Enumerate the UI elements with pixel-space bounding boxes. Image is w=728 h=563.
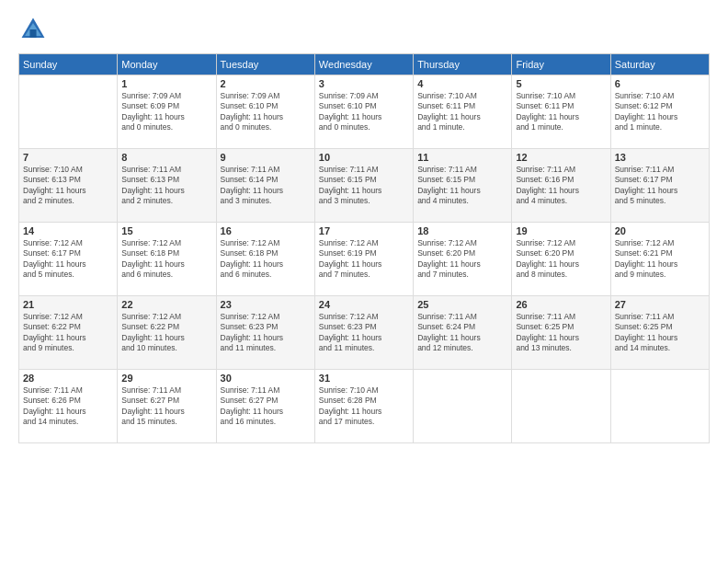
day-info: Sunrise: 7:10 AM Sunset: 6:12 PM Dayligh…	[615, 91, 705, 133]
day-cell: 31Sunrise: 7:10 AM Sunset: 6:28 PM Dayli…	[314, 370, 413, 443]
day-number: 8	[121, 152, 211, 163]
day-cell: 29Sunrise: 7:11 AM Sunset: 6:27 PM Dayli…	[118, 370, 216, 443]
header-cell-tuesday: Tuesday	[216, 54, 314, 75]
day-info: Sunrise: 7:11 AM Sunset: 6:24 PM Dayligh…	[417, 312, 507, 354]
week-row-4: 28Sunrise: 7:11 AM Sunset: 6:26 PM Dayli…	[19, 370, 710, 443]
day-info: Sunrise: 7:11 AM Sunset: 6:25 PM Dayligh…	[615, 312, 705, 354]
day-cell: 19Sunrise: 7:12 AM Sunset: 6:20 PM Dayli…	[512, 223, 610, 296]
day-info: Sunrise: 7:12 AM Sunset: 6:22 PM Dayligh…	[23, 312, 113, 354]
day-cell: 10Sunrise: 7:11 AM Sunset: 6:15 PM Dayli…	[314, 149, 413, 223]
day-info: Sunrise: 7:11 AM Sunset: 6:15 PM Dayligh…	[319, 165, 409, 207]
day-info: Sunrise: 7:11 AM Sunset: 6:15 PM Dayligh…	[417, 165, 507, 207]
header-cell-friday: Friday	[512, 54, 610, 75]
day-info: Sunrise: 7:12 AM Sunset: 6:21 PM Dayligh…	[615, 238, 705, 281]
day-info: Sunrise: 7:11 AM Sunset: 6:13 PM Dayligh…	[121, 165, 211, 207]
day-number: 30	[221, 373, 311, 384]
day-info: Sunrise: 7:11 AM Sunset: 6:14 PM Dayligh…	[221, 165, 311, 207]
day-cell: 6Sunrise: 7:10 AM Sunset: 6:12 PM Daylig…	[610, 75, 709, 149]
day-cell: 13Sunrise: 7:11 AM Sunset: 6:17 PM Dayli…	[610, 149, 709, 223]
day-cell: 7Sunrise: 7:10 AM Sunset: 6:13 PM Daylig…	[19, 149, 118, 223]
day-info: Sunrise: 7:12 AM Sunset: 6:18 PM Dayligh…	[121, 238, 211, 281]
day-info: Sunrise: 7:11 AM Sunset: 6:25 PM Dayligh…	[516, 312, 606, 354]
day-number: 4	[417, 78, 507, 89]
day-cell: 18Sunrise: 7:12 AM Sunset: 6:20 PM Dayli…	[414, 223, 512, 296]
day-cell: 23Sunrise: 7:12 AM Sunset: 6:23 PM Dayli…	[216, 296, 314, 370]
day-number: 23	[221, 299, 311, 310]
day-info: Sunrise: 7:12 AM Sunset: 6:17 PM Dayligh…	[23, 238, 113, 281]
day-cell: 17Sunrise: 7:12 AM Sunset: 6:19 PM Dayli…	[314, 223, 413, 296]
day-cell	[610, 370, 709, 443]
day-cell: 28Sunrise: 7:11 AM Sunset: 6:26 PM Dayli…	[19, 370, 118, 443]
header-cell-saturday: Saturday	[610, 54, 709, 75]
day-info: Sunrise: 7:11 AM Sunset: 6:16 PM Dayligh…	[516, 165, 606, 207]
day-cell: 11Sunrise: 7:11 AM Sunset: 6:15 PM Dayli…	[414, 149, 512, 223]
day-info: Sunrise: 7:11 AM Sunset: 6:27 PM Dayligh…	[121, 385, 211, 428]
day-number: 25	[417, 299, 507, 310]
logo-icon	[18, 15, 48, 44]
day-info: Sunrise: 7:12 AM Sunset: 6:22 PM Dayligh…	[121, 312, 211, 354]
week-row-0: 1Sunrise: 7:09 AM Sunset: 6:09 PM Daylig…	[19, 75, 710, 149]
day-number: 9	[221, 152, 311, 163]
day-info: Sunrise: 7:12 AM Sunset: 6:20 PM Dayligh…	[516, 238, 606, 281]
week-row-1: 7Sunrise: 7:10 AM Sunset: 6:13 PM Daylig…	[19, 149, 710, 223]
day-info: Sunrise: 7:09 AM Sunset: 6:09 PM Dayligh…	[121, 91, 211, 133]
day-number: 2	[221, 78, 311, 89]
day-number: 19	[516, 225, 606, 236]
day-info: Sunrise: 7:09 AM Sunset: 6:10 PM Dayligh…	[319, 91, 409, 133]
day-number: 5	[516, 78, 606, 89]
week-row-2: 14Sunrise: 7:12 AM Sunset: 6:17 PM Dayli…	[19, 223, 710, 296]
day-number: 6	[615, 78, 705, 89]
header-cell-monday: Monday	[118, 54, 216, 75]
day-cell: 1Sunrise: 7:09 AM Sunset: 6:09 PM Daylig…	[118, 75, 216, 149]
day-number: 20	[615, 225, 705, 236]
day-cell: 22Sunrise: 7:12 AM Sunset: 6:22 PM Dayli…	[118, 296, 216, 370]
day-cell: 4Sunrise: 7:10 AM Sunset: 6:11 PM Daylig…	[414, 75, 512, 149]
day-cell: 21Sunrise: 7:12 AM Sunset: 6:22 PM Dayli…	[19, 296, 118, 370]
day-number: 31	[319, 373, 409, 384]
day-cell: 14Sunrise: 7:12 AM Sunset: 6:17 PM Dayli…	[19, 223, 118, 296]
day-number: 16	[221, 225, 311, 236]
header	[18, 15, 710, 44]
day-info: Sunrise: 7:10 AM Sunset: 6:11 PM Dayligh…	[516, 91, 606, 133]
day-number: 26	[516, 299, 606, 310]
day-number: 17	[319, 225, 409, 236]
day-number: 27	[615, 299, 705, 310]
day-cell: 3Sunrise: 7:09 AM Sunset: 6:10 PM Daylig…	[314, 75, 413, 149]
day-cell	[414, 370, 512, 443]
day-cell	[512, 370, 610, 443]
header-cell-sunday: Sunday	[19, 54, 118, 75]
day-number: 14	[23, 225, 113, 236]
day-cell: 16Sunrise: 7:12 AM Sunset: 6:18 PM Dayli…	[216, 223, 314, 296]
day-cell: 9Sunrise: 7:11 AM Sunset: 6:14 PM Daylig…	[216, 149, 314, 223]
calendar-table: SundayMondayTuesdayWednesdayThursdayFrid…	[18, 53, 710, 443]
day-number: 3	[319, 78, 409, 89]
day-cell: 15Sunrise: 7:12 AM Sunset: 6:18 PM Dayli…	[118, 223, 216, 296]
day-cell	[19, 75, 118, 149]
day-cell: 30Sunrise: 7:11 AM Sunset: 6:27 PM Dayli…	[216, 370, 314, 443]
logo	[18, 15, 51, 44]
day-number: 12	[516, 152, 606, 163]
day-info: Sunrise: 7:10 AM Sunset: 6:11 PM Dayligh…	[417, 91, 507, 133]
day-cell: 24Sunrise: 7:12 AM Sunset: 6:23 PM Dayli…	[314, 296, 413, 370]
day-number: 10	[319, 152, 409, 163]
header-row: SundayMondayTuesdayWednesdayThursdayFrid…	[19, 54, 710, 75]
header-cell-thursday: Thursday	[414, 54, 512, 75]
day-cell: 8Sunrise: 7:11 AM Sunset: 6:13 PM Daylig…	[118, 149, 216, 223]
day-number: 21	[23, 299, 113, 310]
day-info: Sunrise: 7:12 AM Sunset: 6:23 PM Dayligh…	[319, 312, 409, 354]
page: SundayMondayTuesdayWednesdayThursdayFrid…	[0, 0, 728, 563]
day-cell: 12Sunrise: 7:11 AM Sunset: 6:16 PM Dayli…	[512, 149, 610, 223]
day-number: 11	[417, 152, 507, 163]
header-cell-wednesday: Wednesday	[314, 54, 413, 75]
day-number: 24	[319, 299, 409, 310]
day-cell: 26Sunrise: 7:11 AM Sunset: 6:25 PM Dayli…	[512, 296, 610, 370]
day-cell: 27Sunrise: 7:11 AM Sunset: 6:25 PM Dayli…	[610, 296, 709, 370]
day-number: 7	[23, 152, 113, 163]
day-info: Sunrise: 7:12 AM Sunset: 6:18 PM Dayligh…	[221, 238, 311, 281]
day-info: Sunrise: 7:10 AM Sunset: 6:28 PM Dayligh…	[319, 385, 409, 428]
day-info: Sunrise: 7:11 AM Sunset: 6:27 PM Dayligh…	[221, 385, 311, 428]
day-cell: 2Sunrise: 7:09 AM Sunset: 6:10 PM Daylig…	[216, 75, 314, 149]
day-number: 28	[23, 373, 113, 384]
day-cell: 25Sunrise: 7:11 AM Sunset: 6:24 PM Dayli…	[414, 296, 512, 370]
day-number: 13	[615, 152, 705, 163]
